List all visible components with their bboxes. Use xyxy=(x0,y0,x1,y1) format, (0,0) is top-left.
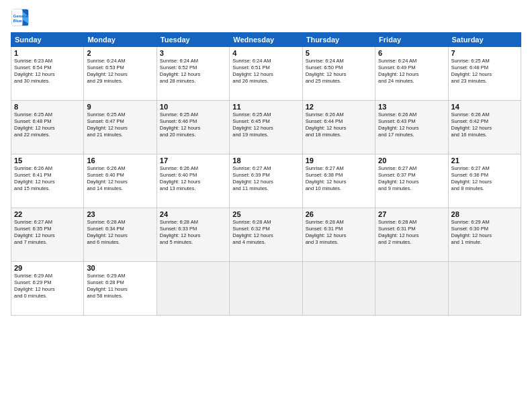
calendar-cell xyxy=(375,262,448,316)
calendar-week-row: 8Sunrise: 6:25 AM Sunset: 6:48 PM Daylig… xyxy=(11,101,521,154)
day-info: Sunrise: 6:24 AM Sunset: 6:50 PM Dayligh… xyxy=(306,58,372,85)
calendar-cell: 28Sunrise: 6:29 AM Sunset: 6:30 PM Dayli… xyxy=(448,208,521,262)
logo-icon: General Blue xyxy=(11,8,30,27)
day-number: 4 xyxy=(232,49,299,57)
day-number: 27 xyxy=(378,210,445,218)
day-info: Sunrise: 6:28 AM Sunset: 6:34 PM Dayligh… xyxy=(87,219,153,246)
calendar-week-row: 15Sunrise: 6:26 AM Sunset: 6:41 PM Dayli… xyxy=(11,154,521,208)
calendar-cell: 26Sunrise: 6:28 AM Sunset: 6:31 PM Dayli… xyxy=(302,208,375,262)
day-info: Sunrise: 6:27 AM Sunset: 6:38 PM Dayligh… xyxy=(306,165,372,193)
day-number: 18 xyxy=(232,156,299,165)
calendar-cell xyxy=(448,262,521,316)
day-info: Sunrise: 6:29 AM Sunset: 6:28 PM Dayligh… xyxy=(87,273,153,300)
day-number: 17 xyxy=(160,156,226,165)
calendar-col-header: Sunday xyxy=(11,33,84,47)
day-info: Sunrise: 6:27 AM Sunset: 6:35 PM Dayligh… xyxy=(14,219,81,246)
logo: General Blue xyxy=(11,8,32,27)
day-info: Sunrise: 6:28 AM Sunset: 6:33 PM Dayligh… xyxy=(160,219,226,246)
day-number: 30 xyxy=(87,264,153,272)
calendar-cell: 15Sunrise: 6:26 AM Sunset: 6:41 PM Dayli… xyxy=(11,154,84,208)
calendar-cell: 20Sunrise: 6:27 AM Sunset: 6:37 PM Dayli… xyxy=(375,154,448,208)
day-info: Sunrise: 6:24 AM Sunset: 6:53 PM Dayligh… xyxy=(87,58,153,85)
calendar-cell: 22Sunrise: 6:27 AM Sunset: 6:35 PM Dayli… xyxy=(11,208,84,262)
calendar-cell: 14Sunrise: 6:26 AM Sunset: 6:42 PM Dayli… xyxy=(448,101,521,154)
day-info: Sunrise: 6:26 AM Sunset: 6:43 PM Dayligh… xyxy=(378,111,445,139)
header-row: General Blue xyxy=(11,8,521,27)
day-info: Sunrise: 6:25 AM Sunset: 6:47 PM Dayligh… xyxy=(87,111,153,139)
day-info: Sunrise: 6:26 AM Sunset: 6:40 PM Dayligh… xyxy=(160,165,226,193)
calendar-cell: 19Sunrise: 6:27 AM Sunset: 6:38 PM Dayli… xyxy=(302,154,375,208)
calendar-col-header: Tuesday xyxy=(157,33,229,47)
day-info: Sunrise: 6:27 AM Sunset: 6:39 PM Dayligh… xyxy=(232,165,299,193)
calendar-cell: 1Sunrise: 6:23 AM Sunset: 6:54 PM Daylig… xyxy=(11,47,84,101)
calendar-col-header: Thursday xyxy=(302,33,375,47)
calendar-cell: 30Sunrise: 6:29 AM Sunset: 6:28 PM Dayli… xyxy=(84,262,157,316)
day-number: 2 xyxy=(87,49,153,57)
calendar-header-row: SundayMondayTuesdayWednesdayThursdayFrid… xyxy=(11,33,521,47)
calendar-cell: 12Sunrise: 6:26 AM Sunset: 6:44 PM Dayli… xyxy=(302,101,375,154)
calendar-col-header: Monday xyxy=(84,33,157,47)
day-number: 7 xyxy=(451,49,518,57)
day-number: 15 xyxy=(14,156,81,165)
calendar-table: SundayMondayTuesdayWednesdayThursdayFrid… xyxy=(11,32,521,316)
calendar-col-header: Wednesday xyxy=(230,33,302,47)
calendar-cell: 13Sunrise: 6:26 AM Sunset: 6:43 PM Dayli… xyxy=(375,101,448,154)
day-info: Sunrise: 6:24 AM Sunset: 6:51 PM Dayligh… xyxy=(232,58,299,85)
day-number: 12 xyxy=(306,103,372,111)
day-number: 8 xyxy=(14,103,81,111)
calendar-cell: 25Sunrise: 6:28 AM Sunset: 6:32 PM Dayli… xyxy=(230,208,302,262)
day-number: 29 xyxy=(14,264,81,272)
day-number: 9 xyxy=(87,103,153,111)
day-info: Sunrise: 6:29 AM Sunset: 6:30 PM Dayligh… xyxy=(451,219,518,246)
calendar-cell xyxy=(302,262,375,316)
day-number: 3 xyxy=(160,49,226,57)
day-info: Sunrise: 6:25 AM Sunset: 6:46 PM Dayligh… xyxy=(160,111,226,139)
day-number: 5 xyxy=(306,49,372,57)
calendar-cell: 23Sunrise: 6:28 AM Sunset: 6:34 PM Dayli… xyxy=(84,208,157,262)
calendar-cell: 10Sunrise: 6:25 AM Sunset: 6:46 PM Dayli… xyxy=(157,101,229,154)
day-number: 26 xyxy=(306,210,372,218)
day-info: Sunrise: 6:23 AM Sunset: 6:54 PM Dayligh… xyxy=(14,58,81,85)
page: General Blue SundayMondayTuesdayWednesda… xyxy=(0,0,532,411)
calendar-cell: 24Sunrise: 6:28 AM Sunset: 6:33 PM Dayli… xyxy=(157,208,229,262)
calendar-cell: 21Sunrise: 6:27 AM Sunset: 6:36 PM Dayli… xyxy=(448,154,521,208)
day-info: Sunrise: 6:26 AM Sunset: 6:41 PM Dayligh… xyxy=(14,165,81,193)
day-info: Sunrise: 6:26 AM Sunset: 6:42 PM Dayligh… xyxy=(451,111,518,139)
calendar-cell: 18Sunrise: 6:27 AM Sunset: 6:39 PM Dayli… xyxy=(230,154,302,208)
day-info: Sunrise: 6:25 AM Sunset: 6:48 PM Dayligh… xyxy=(451,58,518,85)
day-number: 19 xyxy=(306,156,372,165)
day-info: Sunrise: 6:24 AM Sunset: 6:49 PM Dayligh… xyxy=(378,58,445,85)
day-number: 23 xyxy=(87,210,153,218)
calendar-cell: 4Sunrise: 6:24 AM Sunset: 6:51 PM Daylig… xyxy=(230,47,302,101)
day-info: Sunrise: 6:28 AM Sunset: 6:32 PM Dayligh… xyxy=(232,219,299,246)
calendar-week-row: 29Sunrise: 6:29 AM Sunset: 6:29 PM Dayli… xyxy=(11,262,521,316)
calendar-cell: 3Sunrise: 6:24 AM Sunset: 6:52 PM Daylig… xyxy=(157,47,229,101)
calendar-cell: 5Sunrise: 6:24 AM Sunset: 6:50 PM Daylig… xyxy=(302,47,375,101)
day-number: 25 xyxy=(232,210,299,218)
day-number: 22 xyxy=(14,210,81,218)
svg-text:General: General xyxy=(13,13,29,18)
calendar-cell xyxy=(157,262,229,316)
day-info: Sunrise: 6:28 AM Sunset: 6:31 PM Dayligh… xyxy=(306,219,372,246)
day-number: 13 xyxy=(378,103,445,111)
day-number: 21 xyxy=(451,156,518,165)
day-info: Sunrise: 6:27 AM Sunset: 6:36 PM Dayligh… xyxy=(451,165,518,193)
day-info: Sunrise: 6:29 AM Sunset: 6:29 PM Dayligh… xyxy=(14,273,81,300)
calendar-col-header: Saturday xyxy=(448,33,521,47)
day-number: 20 xyxy=(378,156,445,165)
calendar-cell: 2Sunrise: 6:24 AM Sunset: 6:53 PM Daylig… xyxy=(84,47,157,101)
calendar-cell xyxy=(230,262,302,316)
calendar-col-header: Friday xyxy=(375,33,448,47)
day-info: Sunrise: 6:25 AM Sunset: 6:45 PM Dayligh… xyxy=(232,111,299,139)
day-info: Sunrise: 6:24 AM Sunset: 6:52 PM Dayligh… xyxy=(160,58,226,85)
day-number: 16 xyxy=(87,156,153,165)
calendar-cell: 6Sunrise: 6:24 AM Sunset: 6:49 PM Daylig… xyxy=(375,47,448,101)
calendar-cell: 9Sunrise: 6:25 AM Sunset: 6:47 PM Daylig… xyxy=(84,101,157,154)
calendar-cell: 27Sunrise: 6:28 AM Sunset: 6:31 PM Dayli… xyxy=(375,208,448,262)
day-info: Sunrise: 6:27 AM Sunset: 6:37 PM Dayligh… xyxy=(378,165,445,193)
calendar-cell: 11Sunrise: 6:25 AM Sunset: 6:45 PM Dayli… xyxy=(230,101,302,154)
day-number: 10 xyxy=(160,103,226,111)
day-info: Sunrise: 6:25 AM Sunset: 6:48 PM Dayligh… xyxy=(14,111,81,139)
day-info: Sunrise: 6:26 AM Sunset: 6:44 PM Dayligh… xyxy=(306,111,372,139)
calendar-cell: 29Sunrise: 6:29 AM Sunset: 6:29 PM Dayli… xyxy=(11,262,84,316)
